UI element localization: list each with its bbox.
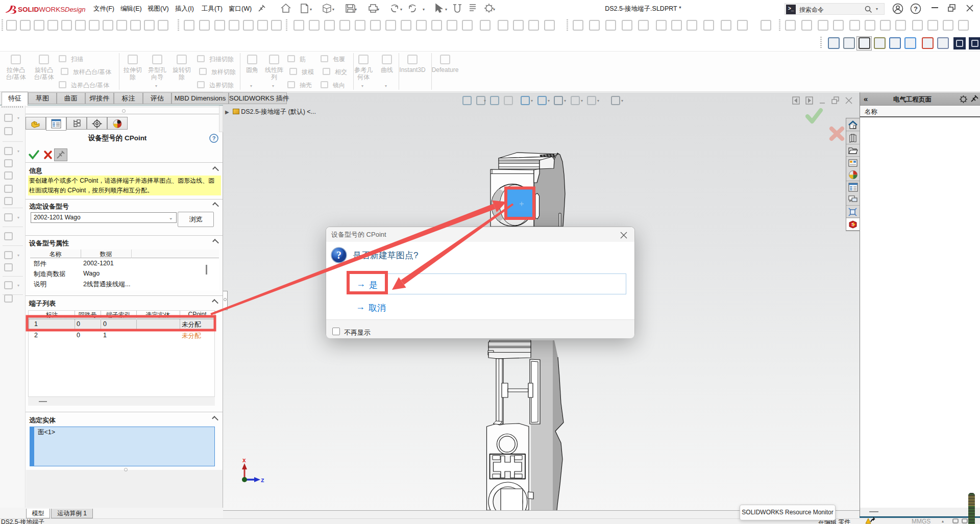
svg-text:Design: Design xyxy=(65,6,85,13)
svg-text:?: ? xyxy=(212,135,216,141)
svg-text:X: X xyxy=(242,458,246,464)
svg-text:?: ? xyxy=(336,249,341,261)
svg-text:?: ? xyxy=(914,5,918,13)
svg-text:Z: Z xyxy=(261,478,264,484)
svg-text:SOLIDWORKS: SOLIDWORKS xyxy=(18,6,65,13)
